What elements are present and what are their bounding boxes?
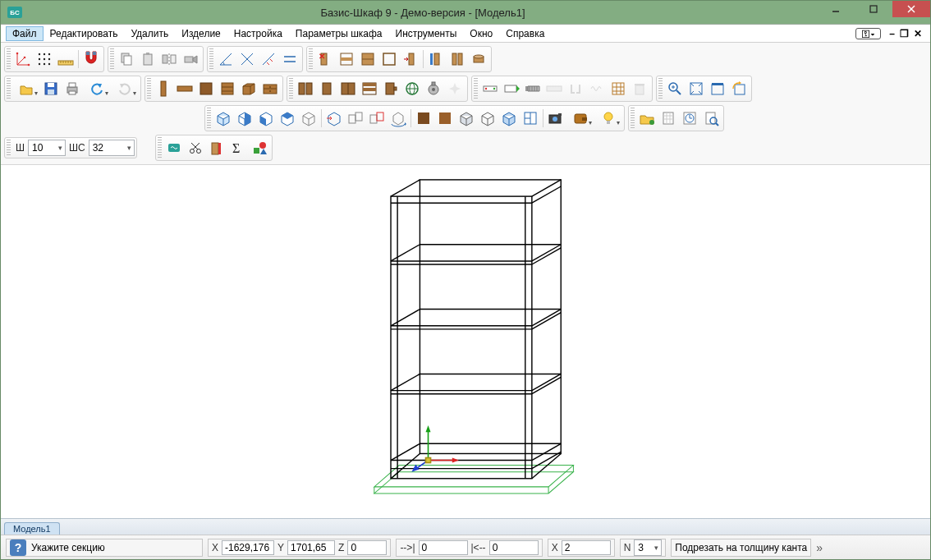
panel-double-icon[interactable]	[447, 48, 468, 70]
rotate-icon[interactable]	[388, 108, 409, 129]
board-stripes-icon[interactable]	[217, 78, 238, 99]
box-wire2-icon[interactable]	[477, 108, 498, 129]
panel-outline-icon[interactable]	[378, 48, 400, 70]
screw2-icon[interactable]	[543, 78, 565, 99]
box-icon[interactable]	[238, 78, 259, 99]
grid2-icon[interactable]	[608, 78, 629, 99]
close-button[interactable]	[892, 1, 930, 17]
maximize-button[interactable]	[855, 1, 892, 17]
panel-shelf-icon[interactable]	[336, 48, 357, 70]
globe-icon[interactable]	[401, 78, 423, 99]
wallet-icon[interactable]	[566, 108, 594, 129]
mdi-restore[interactable]: ❐	[900, 28, 909, 39]
drawer-icon[interactable]	[259, 78, 281, 99]
menu-delete[interactable]: Удалить	[124, 26, 175, 41]
layout-icon[interactable]	[520, 108, 541, 129]
extent-icon[interactable]	[707, 78, 728, 99]
paste-icon[interactable]	[137, 48, 158, 70]
magnet-icon[interactable]	[80, 48, 102, 70]
edge-icon[interactable]	[206, 137, 227, 158]
hw1-icon[interactable]	[479, 78, 501, 99]
x-input[interactable]	[222, 540, 274, 555]
shapes-icon[interactable]	[249, 137, 270, 158]
menu-settings[interactable]: Настройка	[227, 26, 289, 41]
key-badge[interactable]: ⚿▾	[855, 28, 881, 39]
sparkle-icon[interactable]	[444, 78, 466, 99]
shelf-stack-icon[interactable]	[359, 78, 380, 99]
redo-icon[interactable]	[111, 78, 139, 99]
panel-red-x-icon[interactable]: ✕	[314, 48, 336, 70]
search-doc-icon[interactable]	[700, 108, 722, 129]
copy-icon[interactable]	[116, 48, 137, 70]
box-solid-icon[interactable]	[456, 108, 477, 129]
panel-fill-icon[interactable]	[357, 48, 378, 70]
arrow-left-input[interactable]	[489, 540, 539, 555]
open-icon[interactable]	[12, 78, 40, 99]
sheet-icon[interactable]	[658, 108, 679, 129]
scissors-icon[interactable]	[185, 137, 206, 158]
camera-icon[interactable]	[180, 48, 201, 70]
statusbar-more-icon[interactable]: »	[816, 541, 823, 554]
mdi-minimize[interactable]: –	[889, 28, 895, 39]
refresh-icon[interactable]	[728, 78, 750, 99]
menu-tools[interactable]: Инструменты	[389, 26, 464, 41]
menu-edit[interactable]: Редактировать	[44, 26, 125, 41]
clamp-icon[interactable]	[565, 78, 586, 99]
y-input[interactable]	[287, 540, 335, 555]
z-input[interactable]	[347, 540, 387, 555]
view-arrow-icon[interactable]	[323, 108, 345, 129]
menu-file[interactable]: Файл	[6, 26, 44, 41]
bulb-icon[interactable]	[594, 108, 622, 129]
parallel-icon[interactable]	[279, 48, 300, 70]
clock-icon[interactable]	[679, 108, 700, 129]
two-box-icon[interactable]	[345, 108, 366, 129]
wheel-icon[interactable]	[423, 78, 444, 99]
axes-icon[interactable]	[12, 48, 34, 70]
view-top-icon[interactable]	[277, 108, 298, 129]
view-iso2-icon[interactable]	[234, 108, 255, 129]
spring-icon[interactable]	[586, 78, 608, 99]
arrow-right-input[interactable]	[419, 540, 468, 555]
sigma-icon[interactable]: Σ	[227, 137, 249, 158]
menu-product[interactable]: Изделие	[175, 26, 227, 41]
fit-icon[interactable]	[686, 78, 707, 99]
view-iso1-icon[interactable]	[213, 108, 234, 129]
tab-model1[interactable]: Модель1	[4, 522, 60, 535]
grid-icon[interactable]	[34, 48, 55, 70]
board-v-icon[interactable]	[153, 78, 174, 99]
tex1-icon[interactable]	[413, 108, 434, 129]
shs-combo[interactable]: 32	[89, 140, 135, 156]
n-combo[interactable]: 3	[634, 539, 662, 556]
menu-params[interactable]: Параметры шкафа	[289, 26, 389, 41]
angle-icon[interactable]	[215, 48, 236, 70]
mirror-icon[interactable]	[158, 48, 180, 70]
save-icon[interactable]	[40, 78, 62, 99]
print-icon[interactable]	[62, 78, 83, 99]
trim-button[interactable]: Подрезать на толщину канта	[671, 539, 811, 557]
board-h-icon[interactable]	[174, 78, 195, 99]
ruler-icon[interactable]	[55, 48, 76, 70]
model-viewport[interactable]	[1, 165, 930, 518]
screw-icon[interactable]	[522, 78, 543, 99]
cross-icon[interactable]	[236, 48, 258, 70]
trash-icon[interactable]	[629, 78, 650, 99]
box-blue-icon[interactable]	[498, 108, 520, 129]
door-handle-icon[interactable]	[380, 78, 401, 99]
panel-arrow-icon[interactable]	[400, 48, 421, 70]
x2-input[interactable]	[562, 540, 611, 555]
door-split-icon[interactable]	[337, 78, 359, 99]
minimize-button[interactable]	[817, 1, 855, 17]
folder2-icon[interactable]	[636, 108, 658, 129]
camera2-icon[interactable]	[545, 108, 566, 129]
view-wire-icon[interactable]	[298, 108, 319, 129]
view-front-icon[interactable]	[255, 108, 277, 129]
two-box-red-icon[interactable]	[366, 108, 388, 129]
zoom-in-icon[interactable]	[664, 78, 686, 99]
door-single-icon[interactable]	[316, 78, 337, 99]
tex2-icon[interactable]	[434, 108, 456, 129]
menu-window[interactable]: Окно	[463, 26, 499, 41]
door-double-icon[interactable]	[295, 78, 316, 99]
hw2-icon[interactable]	[501, 78, 522, 99]
divide-icon[interactable]	[258, 48, 279, 70]
undo-icon[interactable]	[83, 78, 111, 99]
